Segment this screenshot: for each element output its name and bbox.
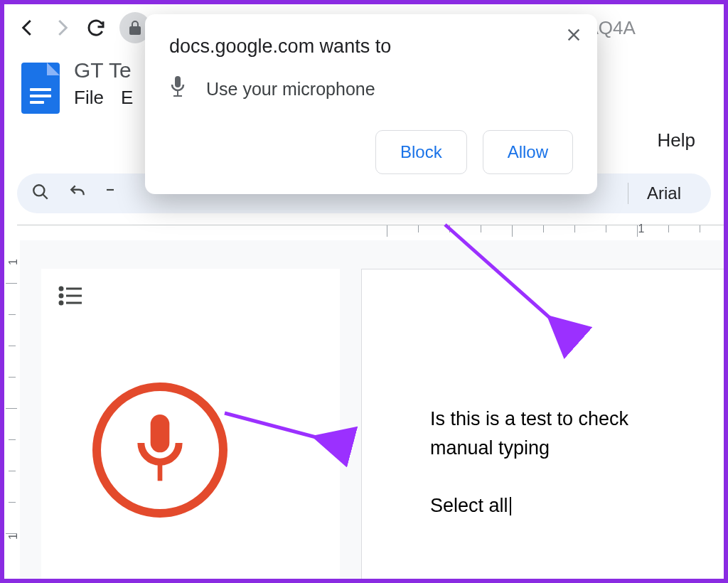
microphone-icon [169, 76, 186, 102]
svg-line-10 [225, 413, 346, 445]
popup-title: docs.google.com wants to [169, 36, 573, 58]
vruler-number-top: 1 [7, 259, 20, 265]
svg-point-3 [60, 301, 63, 304]
annotation-arrow-mic [218, 402, 360, 462]
svg-point-2 [60, 294, 63, 297]
svg-rect-4 [151, 414, 170, 452]
reload-button[interactable] [85, 17, 107, 38]
horizontal-ruler: 1 [17, 225, 724, 240]
document-title[interactable]: GT Te [74, 58, 133, 82]
text-line-1: Is this is a test to check [430, 405, 728, 434]
menu-help[interactable]: Help [658, 129, 695, 151]
block-button[interactable]: Block [375, 130, 467, 174]
forward-button[interactable] [51, 17, 73, 38]
microphone-icon [124, 414, 196, 486]
back-button[interactable] [17, 17, 38, 38]
redo-icon[interactable] [105, 183, 118, 204]
permission-popup: docs.google.com wants to Use your microp… [145, 14, 597, 194]
menu-file[interactable]: File [74, 87, 104, 109]
outline-icon[interactable] [58, 286, 82, 309]
menu-bar: File E [74, 87, 133, 109]
text-cursor [510, 497, 511, 515]
menu-edit[interactable]: E [121, 87, 133, 109]
permission-row: Use your microphone [169, 76, 573, 102]
text-line-3: Select all [430, 495, 508, 516]
text-line-2: manual typing [430, 434, 728, 463]
annotation-arrow-allow [431, 218, 587, 348]
search-icon[interactable] [31, 183, 50, 204]
svg-point-1 [60, 287, 63, 290]
toolbar-separator [628, 183, 628, 204]
close-button[interactable] [566, 27, 582, 46]
svg-rect-7 [177, 90, 178, 95]
ruler-number: 1 [638, 223, 645, 235]
docs-logo-icon[interactable] [21, 63, 60, 114]
svg-line-9 [445, 225, 573, 338]
svg-point-0 [33, 185, 44, 196]
allow-button[interactable]: Allow [483, 130, 573, 174]
permission-text: Use your microphone [206, 79, 375, 100]
undo-icon[interactable] [68, 183, 87, 204]
vruler-number-bottom: 1 [7, 533, 20, 540]
font-selector[interactable]: Arial [647, 183, 681, 203]
vertical-ruler: 1 1 [4, 240, 20, 579]
svg-rect-6 [175, 76, 181, 87]
workspace: Is this is a test to check manual typing… [20, 240, 724, 579]
svg-rect-5 [158, 462, 163, 481]
svg-rect-8 [173, 95, 182, 97]
voice-typing-button[interactable] [92, 383, 228, 518]
